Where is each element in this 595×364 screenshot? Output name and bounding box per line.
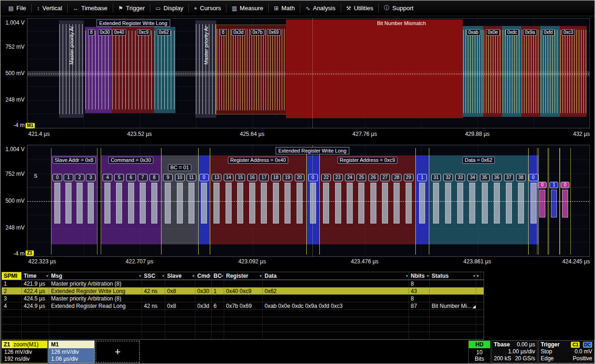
decode-value-chip: 8 bbox=[220, 29, 226, 36]
column-header-label: Time bbox=[24, 273, 37, 279]
cursors-icon: ⌖ bbox=[194, 5, 197, 12]
column-header-data[interactable]: Data▾ bbox=[263, 272, 409, 280]
waveform-pulses bbox=[560, 30, 586, 113]
waveform-pulses bbox=[484, 30, 502, 113]
table-cell bbox=[430, 287, 476, 294]
menu-item-label: Measure bbox=[240, 5, 264, 12]
table-row[interactable]: 2422.4 µsExtended Register Write Long42 … bbox=[2, 287, 484, 295]
table-row[interactable]: 1421.9 µsMaster priority Arbitration (8)… bbox=[2, 280, 484, 287]
bit-index-cell: 0 bbox=[52, 174, 62, 181]
menu-item-measure[interactable]: ▥Measure bbox=[226, 0, 268, 16]
table-row-empty bbox=[2, 325, 484, 332]
z1-y-axis-label: 752 mV bbox=[1, 171, 25, 177]
table-cell: 0x8 bbox=[165, 302, 195, 309]
menu-item-trigger[interactable]: ⚑Trigger bbox=[113, 0, 150, 16]
table-cell: 422.4 µs bbox=[22, 287, 49, 294]
table-cell-empty bbox=[142, 310, 165, 317]
menu-item-utilities[interactable]: ⚒Utilities bbox=[341, 0, 379, 16]
table-cell bbox=[212, 295, 224, 302]
z1-x-axis-label: 423.861 µs bbox=[464, 258, 492, 265]
m1-waveform-grid[interactable]: Master priority ArMaster priority ArExte… bbox=[27, 18, 590, 128]
table-cell bbox=[212, 280, 224, 287]
column-header-nbits[interactable]: Nbits▾ bbox=[409, 272, 430, 280]
bit-pulse bbox=[77, 183, 83, 224]
table-cell: 0xab 0x0e 0xdc 0x9a 0xfd 0xc3 bbox=[263, 302, 409, 309]
bit-index-cell: 9 bbox=[163, 174, 173, 181]
z1-y-axis-label: 500 mV bbox=[1, 198, 25, 204]
table-cell-empty bbox=[263, 317, 409, 324]
column-header-ssc[interactable]: SSC▾ bbox=[142, 272, 165, 280]
menu-item-display[interactable]: ▭Display bbox=[150, 0, 188, 16]
decode-value-chip: 0xfd bbox=[542, 29, 555, 36]
column-header-cmd[interactable]: Cmd▾ bbox=[195, 272, 212, 280]
menu-item-analysis[interactable]: ∿Analysis bbox=[300, 0, 340, 16]
end-bit-pulse bbox=[551, 190, 557, 217]
menu-item-math[interactable]: ⊞Math bbox=[269, 0, 300, 16]
bit-pulse bbox=[151, 183, 157, 224]
table-row[interactable]: 4424.9 µsExtended Register Read Long42 n… bbox=[2, 302, 484, 310]
decode-band-red3 bbox=[560, 26, 587, 117]
z1-x-axis-label: 423.092 µs bbox=[238, 258, 266, 265]
menu-item-file[interactable]: ▤File bbox=[3, 0, 31, 16]
z1-descriptor-body: 126 mV/div 192 ns/div bbox=[2, 348, 47, 363]
column-header-slave[interactable]: Slave▾ bbox=[165, 272, 195, 280]
m1-trace-badge[interactable]: M1 bbox=[26, 123, 35, 128]
bit-pulse bbox=[347, 183, 353, 224]
field-label-chip: Register Address = 0x40 bbox=[228, 157, 288, 164]
decode-band-teal2 bbox=[502, 26, 521, 117]
trigger-mode: Stop bbox=[541, 348, 552, 355]
m1-descriptor-box[interactable]: M1 126 mV/div 1.06 µs/div bbox=[48, 340, 95, 363]
table-cell: 8 bbox=[409, 295, 430, 302]
hd-body: 10 Bits bbox=[469, 348, 490, 363]
trigger-descriptor-box[interactable]: Trigger C1 DC Stop 0.0 mV Edge Positive bbox=[538, 340, 595, 363]
z1-descriptor-box[interactable]: Z1 zoom(M1) 126 mV/div 192 ns/div bbox=[1, 340, 48, 363]
table-cell-empty bbox=[263, 310, 409, 317]
table-corner-cell[interactable]: SPMI bbox=[2, 272, 22, 280]
column-header-register[interactable]: Register▾ bbox=[224, 272, 263, 280]
column-header-time[interactable]: Time▾ bbox=[22, 272, 49, 280]
column-header-bc[interactable]: BC▾ bbox=[212, 272, 224, 280]
end-bit-cell: 0 bbox=[538, 182, 547, 188]
column-header-status[interactable]: Status▾ bbox=[430, 272, 476, 280]
bit-index-cell: 11 bbox=[187, 174, 196, 181]
table-cell-empty bbox=[22, 310, 49, 317]
zoom-waveform-grid[interactable]: SExtended Register Write LongSlave Addr … bbox=[27, 145, 590, 257]
decode-band-red2 bbox=[216, 25, 286, 114]
hd-mode-box[interactable]: HD 10 Bits bbox=[468, 340, 491, 363]
z1-x-axis-label: 424.245 µs bbox=[562, 258, 590, 265]
bit-index-cell: 27 bbox=[380, 174, 390, 181]
z1-y-axis-label: 248 mV bbox=[1, 224, 25, 231]
bit-pulse bbox=[213, 183, 220, 224]
sort-arrow-icon: ▾ bbox=[139, 272, 141, 280]
table-cell-empty bbox=[142, 317, 165, 324]
spmi-decode-table: SPMITime▾Msg▾SSC▾Slave▾Cmd▾BC▾Register▾D… bbox=[1, 272, 484, 340]
timebase-descriptor-box[interactable]: Tbase 0.00 µs 1.00 µs/div 200 kS 20 GS/s bbox=[492, 340, 537, 363]
end-bit-pulse bbox=[562, 190, 568, 217]
decode-title: Bit Number Mismatch bbox=[377, 20, 426, 26]
menu-item-vertical[interactable]: ↕Vertical bbox=[32, 0, 67, 16]
trigger-slope: Positive bbox=[573, 355, 592, 362]
arbitration-label: Master priority Ar bbox=[69, 26, 74, 64]
decode-band-teal bbox=[154, 27, 175, 113]
z1-trace-badge[interactable]: Z1 bbox=[26, 250, 34, 256]
table-cell bbox=[165, 280, 195, 287]
menu-item-support[interactable]: ⓘSupport bbox=[379, 0, 419, 16]
add-trace-button[interactable]: + bbox=[96, 341, 140, 363]
table-cell-empty bbox=[430, 325, 476, 332]
table-cell-empty bbox=[212, 317, 224, 324]
m1-y-axis-label: -4 m bbox=[1, 122, 25, 128]
menu-item-cursors[interactable]: ⌖Cursors bbox=[189, 0, 226, 16]
bit-index-cell: 13 bbox=[212, 174, 221, 181]
measure-icon: ▥ bbox=[232, 5, 237, 12]
column-header-msg[interactable]: Msg▾ bbox=[49, 272, 142, 280]
table-row[interactable]: 3424.5 µsMaster priority Arbitration (8)… bbox=[2, 295, 484, 302]
end-bit-cell: 1 bbox=[550, 182, 558, 188]
table-scroll-arrow[interactable]: ▾ bbox=[476, 272, 481, 280]
bit-index-cell: 24 bbox=[345, 174, 355, 181]
menu-item-timebase[interactable]: ↔Timebase bbox=[68, 0, 113, 16]
m1-y-axis-label: 1.004 V bbox=[1, 19, 25, 26]
table-cell: 0x3d bbox=[195, 302, 212, 309]
bit-pulse bbox=[370, 183, 376, 224]
table-cell-empty bbox=[49, 317, 142, 324]
bit-index-cell: 26 bbox=[369, 174, 378, 181]
